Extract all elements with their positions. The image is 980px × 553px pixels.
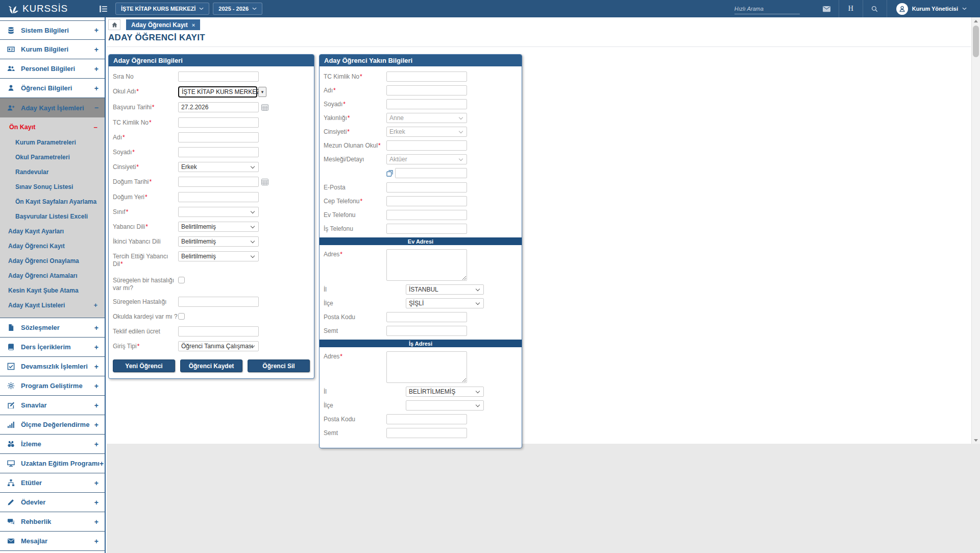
submenu-item-kesin-kayit-sube-atama[interactable]: Kesin Kayıt Şube Atama xyxy=(0,283,105,298)
submenu-item-basvurular-listesi-exceli[interactable]: Başvurular Listesi Exceli xyxy=(0,209,105,224)
sidebar-item-sistem-bilgileri[interactable]: Sistem Bilgileri + xyxy=(0,20,105,40)
school-selector[interactable]: İŞTE KİTAP KURS MERKEZİ xyxy=(115,3,209,15)
messages-button[interactable] xyxy=(815,0,839,17)
ev-ilce-select[interactable]: ŞİŞLİ xyxy=(406,298,484,308)
yakin-adi-input[interactable] xyxy=(386,85,467,95)
sidebar-item-devamsizlik-islemleri[interactable]: Devamsızlık İşlemleri + xyxy=(0,357,105,376)
dogum-yeri-input[interactable] xyxy=(178,192,259,202)
sidebar-item-kurum-bilgileri[interactable]: Kurum Bilgileri + xyxy=(0,40,105,59)
sinif-select[interactable] xyxy=(178,207,259,217)
brand[interactable]: KURSSİS xyxy=(0,2,68,15)
sidebar-item-olcme-degerlendirme[interactable]: Ölçme Değerlendirme + xyxy=(0,415,105,435)
submenu-item-aday-kayit-listeleri[interactable]: Aday Kayıt Listeleri+ xyxy=(0,298,105,312)
meslegi-select[interactable]: Aktüer xyxy=(386,154,467,164)
soyadi-input[interactable] xyxy=(178,147,259,157)
yeni-ogrenci-button[interactable]: Yeni Öğrenci xyxy=(113,359,175,372)
submenu-item-aday-kayit-ayarlari[interactable]: Aday Kayıt Ayarları xyxy=(0,224,105,238)
help-shortcut-button[interactable]: H xyxy=(839,0,863,17)
field-label: Cep Telefonu* xyxy=(324,196,386,205)
sidebar-toggle-button[interactable] xyxy=(100,6,107,12)
sidebar-item-uzaktan-egitim-programi[interactable]: Uzaktan Eğitim Programı + xyxy=(0,454,105,473)
okul-adi-select[interactable]: İŞTE KİTAP KURS MERKEZİ xyxy=(178,86,257,98)
kardes-var-mi-checkbox[interactable] xyxy=(178,313,185,320)
giris-tipi-select[interactable]: Öğrenci Tanıma Çalışması xyxy=(178,341,259,351)
submenu-item-kurum-parametreleri[interactable]: Kurum Parametreleri xyxy=(0,135,105,150)
ogrenci-sil-button[interactable]: Öğrenci Sil xyxy=(248,359,310,372)
is-adres-textarea[interactable] xyxy=(386,351,467,383)
sira-no-input[interactable] xyxy=(178,71,259,82)
sidebar-item-etutler[interactable]: Etütler + xyxy=(0,473,105,493)
tab-close-icon[interactable]: × xyxy=(192,22,195,28)
sidebar-item-aday-kayit-islemleri[interactable]: Aday Kayıt İşlemleri − xyxy=(0,98,105,117)
yakinligi-select[interactable]: Anne xyxy=(386,113,467,123)
submenu-item-on-kayit-sayfalari-ayarlama[interactable]: Ön Kayıt Sayfaları Ayarlama xyxy=(0,194,105,209)
scroll-up-arrow[interactable] xyxy=(972,17,980,25)
basvuru-tarihi-input[interactable] xyxy=(178,102,259,112)
meslek-detay-input[interactable] xyxy=(395,168,467,178)
submenu-item-randevular[interactable]: Randevular xyxy=(0,164,105,179)
sidebar-item-sinavlar[interactable]: Sınavlar + xyxy=(0,396,105,415)
field-label: Teklif edilen ücret xyxy=(113,326,178,335)
ogrenci-kaydet-button[interactable]: Öğrenci Kaydet xyxy=(180,359,242,372)
yakin-cinsiyeti-select[interactable]: Erkek xyxy=(386,127,467,137)
yabanci-dili-select[interactable]: Belirtilmemiş xyxy=(178,222,259,232)
field-label: Doğum Tarihi* xyxy=(113,177,178,186)
teklif-ucret-input[interactable] xyxy=(178,326,259,336)
submenu-item-aday-ogrenci-onaylama[interactable]: Aday Öğrenci Onaylama xyxy=(0,253,105,268)
required-asterisk: * xyxy=(152,104,155,111)
user-menu[interactable]: Kurum Yöneticisi xyxy=(887,0,980,17)
is-ilce-select[interactable] xyxy=(406,400,484,411)
scroll-down-arrow[interactable] xyxy=(972,437,980,444)
scrollbar-thumb[interactable] xyxy=(973,26,979,57)
sidebar-item-rehberlik[interactable]: Rehberlik + xyxy=(0,512,105,532)
calendar-icon[interactable] xyxy=(261,177,268,187)
tercih-yabanci-dil-select[interactable]: Belirtilmemiş xyxy=(178,251,259,261)
sidebar-item-ders-iceriklerim[interactable]: Ders İçeriklerim + xyxy=(0,338,105,357)
ikinci-yabanci-dili-select[interactable]: Belirtilmemiş xyxy=(178,236,259,247)
search-button[interactable] xyxy=(863,0,887,17)
year-selector[interactable]: 2025 - 2026 xyxy=(213,3,262,15)
ev-adres-textarea[interactable] xyxy=(386,249,467,281)
sidebar-item-sozlesmeler[interactable]: Sözleşmeler + xyxy=(0,318,105,338)
submenu-item-on-kayit[interactable]: Ön Kayıt − xyxy=(0,119,105,135)
form-row-yakin-soyadi: Soyadı* xyxy=(324,99,518,109)
is-telefonu-input[interactable] xyxy=(386,224,467,234)
is-posta-kodu-input[interactable] xyxy=(386,414,467,424)
sidebar-item-izleme[interactable]: İzleme + xyxy=(0,435,105,454)
required-asterisk: * xyxy=(132,149,135,156)
ev-semt-input[interactable] xyxy=(386,326,467,336)
ev-telefonu-input[interactable] xyxy=(386,210,467,220)
ev-il-select[interactable]: İSTANBUL xyxy=(406,284,484,295)
required-asterisk: * xyxy=(343,101,346,108)
is-semt-input[interactable] xyxy=(386,428,467,438)
e-posta-input[interactable] xyxy=(386,182,467,193)
home-tab-button[interactable] xyxy=(108,19,120,30)
yakin-soyadi-input[interactable] xyxy=(386,99,467,109)
sidebar-item-mesajlar[interactable]: Mesajlar + xyxy=(0,532,105,551)
combo-dropdown-button[interactable]: ▾ xyxy=(258,87,266,97)
mezun-okul-input[interactable] xyxy=(386,140,467,151)
submenu-item-sinav-sonuc-listesi[interactable]: Sınav Sonuç Listesi xyxy=(0,179,105,194)
sidebar-item-ogrenci-bilgileri[interactable]: Öğrenci Bilgileri + xyxy=(0,79,105,98)
yakin-tc-kimlik-no-input[interactable] xyxy=(386,71,467,82)
sidebar-item-odevler[interactable]: Ödevler + xyxy=(0,493,105,512)
quick-search-input[interactable] xyxy=(734,6,800,12)
sidebar-item-program-gelistirme[interactable]: Program Geliştirme + xyxy=(0,376,105,396)
sidebar-item-personel-bilgileri[interactable]: Personel Bilgileri + xyxy=(0,59,105,79)
ev-posta-kodu-input[interactable] xyxy=(386,312,467,322)
home-icon xyxy=(111,21,118,28)
suregelen-hastaligi-input[interactable] xyxy=(178,297,259,307)
submenu-item-aday-ogrenci-atamalari[interactable]: Aday Öğrenci Atamaları xyxy=(0,268,105,283)
tab-aday-ogrenci-kayit[interactable]: Aday Öğrenci Kayıt × xyxy=(126,19,200,30)
is-il-select[interactable]: BELİRTİLMEMİŞ xyxy=(406,387,484,397)
cinsiyeti-select[interactable]: Erkek xyxy=(178,162,259,172)
submenu-item-aday-ogrenci-kayit[interactable]: Aday Öğrenci Kayıt xyxy=(0,238,105,253)
open-in-new-icon[interactable] xyxy=(386,168,393,179)
calendar-icon[interactable] xyxy=(261,102,268,113)
cep-telefonu-input[interactable] xyxy=(386,196,467,206)
submenu-item-okul-parametreleri[interactable]: Okul Parametreleri xyxy=(0,150,105,164)
dogum-tarihi-input[interactable] xyxy=(178,177,259,187)
adi-input[interactable] xyxy=(178,132,259,142)
hastalik-var-mi-checkbox[interactable] xyxy=(178,277,185,283)
tc-kimlik-no-input[interactable] xyxy=(178,117,259,128)
